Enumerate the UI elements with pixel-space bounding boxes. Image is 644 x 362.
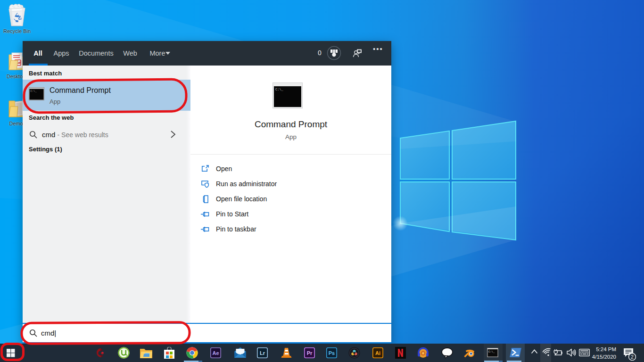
svg-text:Ae: Ae bbox=[212, 350, 219, 356]
svg-text:C:\_: C:\_ bbox=[275, 88, 284, 91]
svg-text:2: 2 bbox=[631, 354, 634, 360]
svg-text:Ai: Ai bbox=[375, 350, 380, 356]
svg-text:Ps: Ps bbox=[329, 350, 335, 356]
svg-text:Lr: Lr bbox=[260, 350, 265, 356]
svg-text:Pr: Pr bbox=[307, 350, 313, 356]
svg-text:C:\_: C:\_ bbox=[488, 350, 495, 354]
svg-text:C:\_: C:\_ bbox=[31, 90, 37, 93]
